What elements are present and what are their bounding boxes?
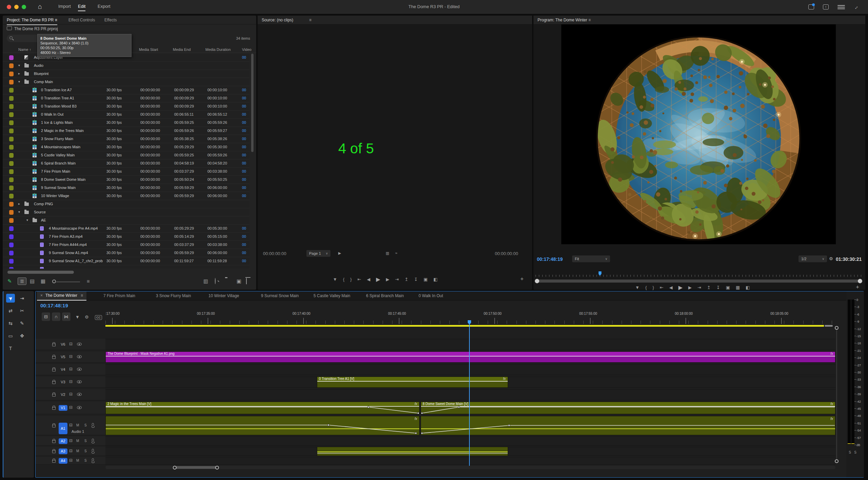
- lock-icon[interactable]: [52, 344, 56, 346]
- voiceover-mic-icon[interactable]: [92, 439, 94, 442]
- mute-button[interactable]: M: [76, 459, 79, 462]
- track-header-a2[interactable]: A2⊟MS: [36, 436, 105, 446]
- sync-lock-icon[interactable]: ⊟: [69, 379, 73, 384]
- vzoom-handle-top[interactable]: [835, 326, 839, 330]
- project-row[interactable]: ▾Audio: [3, 62, 249, 70]
- multi-camera-button[interactable]: ▦: [736, 285, 740, 290]
- label-color-swatch[interactable]: [9, 186, 14, 190]
- item-name[interactable]: 2 Magic in the Trees Main: [41, 129, 84, 133]
- label-color-swatch[interactable]: [9, 218, 14, 223]
- track-header-v2[interactable]: V2⊟: [36, 389, 105, 400]
- fx-badge[interactable]: fx: [415, 402, 417, 406]
- tab-menu-icon[interactable]: ≡: [81, 293, 83, 298]
- lock-icon[interactable]: [52, 425, 56, 427]
- rectangle-tool[interactable]: ▭: [6, 331, 15, 340]
- label-color-swatch[interactable]: [9, 88, 14, 93]
- item-name[interactable]: 6 Spiral Branch Main: [41, 161, 76, 165]
- project-row[interactable]: 10 Winter Village30.00 fps00:00:00:0000:…: [3, 192, 249, 200]
- drag-video-icon[interactable]: ▥: [386, 251, 389, 255]
- label-color-swatch[interactable]: [9, 169, 14, 174]
- label-color-swatch[interactable]: [9, 129, 14, 133]
- project-row[interactable]: 7 Fire Prism Main30.00 fps00:00:00:0000:…: [3, 168, 249, 176]
- label-color-swatch[interactable]: [9, 120, 14, 125]
- track-lane-a4[interactable]: [105, 457, 835, 465]
- timeline-tab[interactable]: 9 Surreal Snow Main: [261, 293, 299, 298]
- track-lane-v6[interactable]: [105, 339, 835, 350]
- rubber-band[interactable]: [317, 447, 508, 456]
- label-color-swatch[interactable]: [9, 243, 14, 247]
- solo-button[interactable]: S: [84, 459, 87, 462]
- label-color-swatch[interactable]: [9, 72, 14, 76]
- sync-lock-icon[interactable]: ⊟: [69, 367, 73, 371]
- label-color-swatch[interactable]: [9, 177, 14, 182]
- item-name[interactable]: 0 Transition Wood B3: [41, 104, 77, 108]
- project-row[interactable]: 7 Fire Prism A444.mp430.00 fps00:00:00:0…: [3, 241, 249, 249]
- lock-icon[interactable]: [52, 407, 56, 410]
- timeline-hscrollbar[interactable]: [105, 466, 835, 469]
- item-name[interactable]: 10 Winter Village: [41, 194, 69, 198]
- ripple-edit-tool[interactable]: ⇄: [6, 306, 15, 315]
- expander-icon[interactable]: ▸: [18, 72, 20, 75]
- expander-icon[interactable]: ▾: [18, 80, 20, 83]
- solo-button[interactable]: S: [84, 449, 87, 453]
- column-header-name[interactable]: Name ↑: [18, 47, 31, 52]
- comparison-view-button[interactable]: ◧: [433, 277, 438, 282]
- project-row[interactable]: 0 Transition Wood B330.00 fps00:00:00:00…: [3, 102, 249, 111]
- track-header-v3[interactable]: V3⊟: [36, 377, 105, 388]
- sync-lock-icon[interactable]: ⊟: [69, 342, 73, 346]
- add-marker-icon[interactable]: ▼: [75, 314, 80, 320]
- fx-badge[interactable]: fx: [415, 417, 417, 421]
- rubber-band[interactable]: [106, 402, 420, 414]
- comparison-view-button[interactable]: ◧: [746, 285, 750, 290]
- sync-lock-icon[interactable]: ⊟: [69, 423, 73, 427]
- source-panel-menu-icon[interactable]: ≡: [309, 18, 311, 22]
- go-to-out-button[interactable]: ⇥: [395, 277, 399, 282]
- list-view-icon[interactable]: ≣: [18, 277, 26, 285]
- fx-badge[interactable]: fx: [830, 352, 833, 356]
- zoom-slider[interactable]: [56, 282, 80, 282]
- track-header-v5[interactable]: V5⊟: [36, 351, 105, 363]
- label-color-swatch[interactable]: [9, 267, 14, 269]
- project-row[interactable]: ▸Blueprint: [3, 70, 249, 78]
- label-color-swatch[interactable]: [9, 145, 14, 150]
- project-row[interactable]: ▸Comp PNG: [3, 200, 249, 208]
- track-name[interactable]: Audio 1: [72, 429, 84, 434]
- type-tool[interactable]: T: [6, 344, 15, 353]
- label-color-swatch[interactable]: [9, 226, 14, 231]
- expander-icon[interactable]: ▾: [18, 63, 20, 67]
- program-proxy-dropdown[interactable]: 1/2∨: [799, 255, 827, 262]
- program-mini-ruler[interactable]: [536, 272, 862, 277]
- item-name[interactable]: 0 Walk In Out: [41, 112, 63, 116]
- video-clip[interactable]: 2 Magic in the Trees Main [V]fx: [105, 402, 420, 414]
- timeline-tab[interactable]: 10 Winter Village: [208, 293, 239, 298]
- source-current-timecode[interactable]: 00:00:00:00: [263, 251, 286, 256]
- item-name[interactable]: 7 Fire Prism A444.mp4: [49, 243, 87, 247]
- razor-tool[interactable]: ✂: [18, 306, 26, 315]
- work-area-bar[interactable]: [105, 325, 824, 327]
- column-header-media-start[interactable]: Media Start: [139, 47, 158, 52]
- vzoom-handle-bottom[interactable]: [835, 459, 839, 463]
- nest-icon[interactable]: ⊟: [42, 312, 50, 321]
- item-name[interactable]: 5 Castle Valley Main: [41, 153, 75, 157]
- track-output-eye-icon[interactable]: [77, 355, 82, 358]
- track-badge-v3[interactable]: V3: [59, 379, 67, 385]
- project-row[interactable]: 7 Fire Prism A3.mp430.00 fps00:00:00:000…: [3, 233, 249, 241]
- lift-button[interactable]: ↥: [707, 285, 711, 290]
- track-badge-a4[interactable]: A4: [59, 458, 67, 464]
- label-color-swatch[interactable]: [9, 153, 14, 158]
- hand-tool[interactable]: ✥: [18, 331, 26, 340]
- project-row[interactable]: 0 Transition Ice A730.00 fps00:00:00:000…: [3, 86, 249, 94]
- item-name[interactable]: 4 Mountainscape Pre A4.mp4: [49, 226, 98, 230]
- item-name[interactable]: AE: [41, 218, 46, 222]
- button-editor-plus-icon[interactable]: ＋: [855, 284, 860, 291]
- lock-icon[interactable]: [52, 356, 56, 359]
- track-header-a3[interactable]: A3⊟MS: [36, 447, 105, 456]
- hzoom-handle-left[interactable]: [173, 466, 177, 469]
- track-output-eye-icon[interactable]: [77, 393, 82, 396]
- new-item-icon[interactable]: ▣: [237, 278, 241, 284]
- sync-lock-icon[interactable]: ⊟: [69, 405, 73, 410]
- item-name[interactable]: Audio: [34, 63, 43, 68]
- step-back-button[interactable]: ◀: [669, 285, 672, 290]
- button-editor-plus-icon[interactable]: ＋: [519, 275, 525, 283]
- snap-icon[interactable]: ∩: [52, 312, 60, 321]
